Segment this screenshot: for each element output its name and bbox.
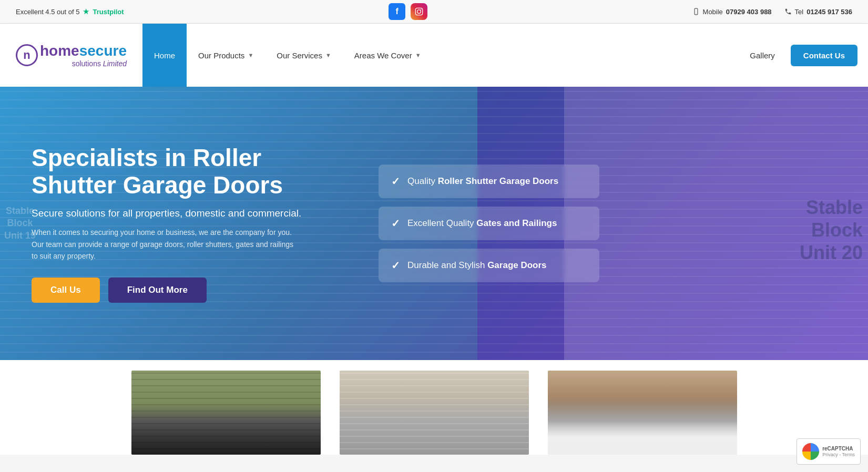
nav-products[interactable]: Our Products ▼ [187,24,265,87]
gallery-image-1 [131,371,321,455]
hero-left: Specialists in Roller Shutter Garage Doo… [0,87,368,360]
svg-point-2 [421,9,422,11]
logo-solutions: solutions Limited [40,59,127,68]
mobile-number: 07929 403 988 [726,8,772,16]
instagram-icon[interactable] [411,3,427,20]
contact-us-button[interactable]: Contact Us [791,45,857,66]
check-icon-1: ✓ [391,175,400,188]
tel-contact: Tel 01245 917 536 [784,8,852,16]
mobile-contact: Mobile 07929 403 988 [692,8,772,16]
logo-circle: n [16,44,38,66]
svg-rect-0 [415,8,422,15]
find-out-more-button[interactable]: Find Out More [108,278,207,303]
hero-buttons: Call Us Find Out More [32,278,336,303]
chevron-down-icon: ▼ [248,52,253,58]
check-icon-2: ✓ [391,217,400,230]
hero-right: ✓ Quality Roller Shutter Garage Doors ✓ … [368,87,620,360]
contact-info: Mobile 07929 403 988 Tel 01245 917 536 [692,8,852,16]
gallery-image-2 [340,371,529,455]
nav-areas[interactable]: Areas We Cover ▼ [343,24,433,87]
call-us-button[interactable]: Call Us [32,278,100,303]
nav-home[interactable]: Home [142,24,187,87]
hero-title: Specialists in Roller Shutter Garage Doo… [32,144,336,200]
feature-card-1: ✓ Quality Roller Shutter Garage Doors [379,165,599,198]
hero-desc: When it comes to securing your home or b… [32,227,294,262]
check-icon-3: ✓ [391,259,400,272]
tel-label: Tel [795,8,804,16]
logo-home: home [40,43,79,59]
gallery-image-3 [548,371,737,455]
trustpilot-stars: ★ [83,7,89,16]
trustpilot-area: Excellent 4.5 out of 5 ★ Trustpilot [16,7,124,16]
svg-rect-3 [695,8,698,15]
feature-text-2: Excellent Quality Gates and Railings [407,218,557,229]
logo-secure: secure [79,43,127,59]
recaptcha-logo-icon [802,443,819,455]
social-links: f [389,3,427,20]
trustpilot-brand: Trustpilot [93,8,124,16]
chevron-down-icon: ▼ [325,52,331,58]
feature-card-3: ✓ Durable and Stylish Garage Doors [379,249,599,282]
svg-point-1 [417,10,421,14]
nav-services[interactable]: Our Services ▼ [265,24,343,87]
social-icons-area: f [389,3,427,20]
topbar: Excellent 4.5 out of 5 ★ Trustpilot f Mo… [0,0,868,24]
chevron-down-icon: ▼ [415,52,421,58]
hero-section: Stable Block Unit 19 Stable Block Unit 2… [0,87,868,360]
trustpilot-text: Excellent 4.5 out of 5 [16,8,79,16]
logo[interactable]: n homesecure solutions Limited [16,43,127,68]
gallery-strip [0,360,868,455]
facebook-icon[interactable]: f [389,3,405,20]
hero-content: Specialists in Roller Shutter Garage Doo… [0,87,868,360]
feature-card-2: ✓ Excellent Quality Gates and Railings [379,207,599,240]
nav-gallery[interactable]: Gallery [744,51,780,60]
recaptcha-text: reCAPTCHA Privacy - Terms [822,445,855,455]
nav-links: Home Our Products ▼ Our Services ▼ Areas… [142,24,734,87]
feature-text-1: Quality Roller Shutter Garage Doors [407,176,558,187]
mobile-label: Mobile [703,8,723,16]
navbar: n homesecure solutions Limited Home Our … [0,24,868,87]
logo-area: n homesecure solutions Limited [0,24,142,87]
tel-number: 01245 917 536 [806,8,852,16]
hero-subtitle: Secure solutions for all properties, dom… [32,208,336,219]
nav-right: Gallery Contact Us [734,24,868,87]
logo-text: homesecure [40,43,127,59]
feature-text-3: Durable and Stylish Garage Doors [407,260,547,271]
recaptcha-badge: reCAPTCHA Privacy - Terms [796,438,861,455]
